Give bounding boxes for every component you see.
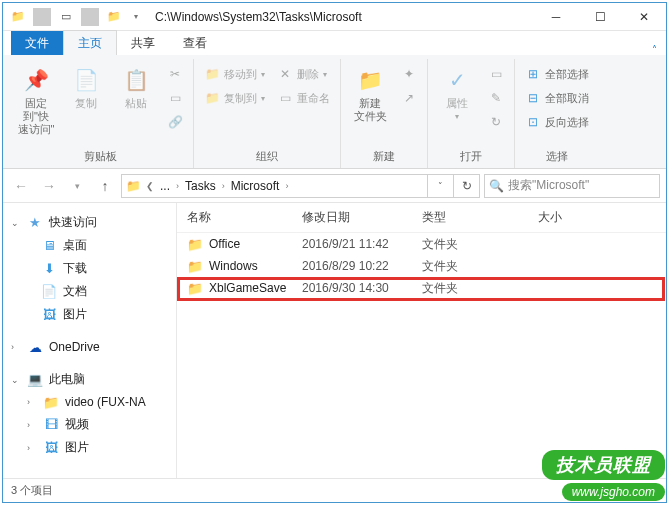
group-label: 剪贴板 <box>84 147 117 168</box>
breadcrumb[interactable]: 📁 ❮ ... › Tasks › Microsoft › ˅ ↻ <box>121 174 480 198</box>
sidebar-downloads[interactable]: ⬇下载 <box>23 257 172 280</box>
copyto-icon: 📁 <box>204 90 220 106</box>
properties-icon: ✓ <box>442 65 472 95</box>
chevron-icon[interactable]: ❮ <box>144 181 156 191</box>
cut-icon: ✂ <box>167 66 183 82</box>
table-row[interactable]: 📁 Windows 2016/8/29 10:22 文件夹 <box>177 255 666 277</box>
sidebar-quickaccess[interactable]: ⌄★快速访问 <box>7 211 172 234</box>
back-button[interactable]: ← <box>9 174 33 198</box>
close-button[interactable]: ✕ <box>622 3 666 31</box>
moveto-button[interactable]: 📁移动到 ▾ <box>200 63 269 85</box>
edit-icon: ✎ <box>488 90 504 106</box>
sidebar-video-drive[interactable]: ›📁video (FUX-NA <box>23 391 172 413</box>
copyto-button[interactable]: 📁复制到 ▾ <box>200 87 269 109</box>
copy-icon: 📄 <box>71 65 101 95</box>
table-row[interactable]: 📁 XblGameSave 2016/9/30 14:30 文件夹 <box>177 277 666 299</box>
group-label: 打开 <box>460 147 482 168</box>
titlebar: 📁 ▭ 📁 ▾ C:\Windows\System32\Tasks\Micros… <box>3 3 666 31</box>
sidebar-onedrive[interactable]: ›☁OneDrive <box>7 336 172 358</box>
sidebar-desktop[interactable]: 🖥桌面 <box>23 234 172 257</box>
folder-icon: 📁 <box>43 394 59 410</box>
group-new: 📁新建 文件夹 ✦ ↗ 新建 <box>341 59 428 168</box>
picture-icon: 🖼 <box>41 307 57 323</box>
copy-button[interactable]: 📄复制 <box>63 61 109 110</box>
forward-button[interactable]: → <box>37 174 61 198</box>
recent-dropdown[interactable]: ▾ <box>65 174 89 198</box>
sidebar-pictures2[interactable]: ›🖼图片 <box>23 436 172 459</box>
copypath-button[interactable]: ▭ <box>163 87 187 109</box>
newfolder-icon: 📁 <box>355 65 385 95</box>
search-input[interactable]: 🔍 搜索"Microsoft" <box>484 174 660 198</box>
pin-button[interactable]: 📌固定到"快 速访问" <box>13 61 59 137</box>
crumb-segment[interactable]: Tasks <box>181 179 220 193</box>
search-placeholder: 搜索"Microsoft" <box>508 177 589 194</box>
divider <box>33 8 51 26</box>
chevron-right-icon[interactable]: › <box>283 181 290 191</box>
ribbon-tabs: 文件 主页 共享 查看 ˄ <box>3 31 666 55</box>
paste-button[interactable]: 📋粘贴 <box>113 61 159 110</box>
video-icon: 🎞 <box>43 417 59 433</box>
header-size[interactable]: 大小 <box>538 209 598 226</box>
desktop-icon: 🖥 <box>41 238 57 254</box>
tab-view[interactable]: 查看 <box>169 31 221 55</box>
delete-icon: ✕ <box>277 66 293 82</box>
sidebar-pictures[interactable]: 🖼图片 <box>23 303 172 326</box>
path-icon: ▭ <box>167 90 183 106</box>
crumb-segment[interactable]: Microsoft <box>227 179 284 193</box>
invert-button[interactable]: ⊡反向选择 <box>521 111 593 133</box>
status-bar: 3 个项目 <box>3 478 666 502</box>
refresh-button[interactable]: ↻ <box>453 175 479 197</box>
edit-button[interactable]: ✎ <box>484 87 508 109</box>
chevron-right-icon[interactable]: › <box>220 181 227 191</box>
ribbon: 📌固定到"快 速访问" 📄复制 📋粘贴 ✂ ▭ 🔗 剪贴板 📁移动到 ▾ 📁复制… <box>3 55 666 169</box>
table-row[interactable]: 📁 Office 2016/9/21 11:42 文件夹 <box>177 233 666 255</box>
rows-container: 📁 Office 2016/9/21 11:42 文件夹 📁 Windows 2… <box>177 233 666 299</box>
crumb-segment[interactable]: ... <box>156 179 174 193</box>
group-organize: 📁移动到 ▾ 📁复制到 ▾ ✕删除 ▾ ▭重命名 组织 <box>194 59 341 168</box>
window-title: C:\Windows\System32\Tasks\Microsoft <box>151 10 534 24</box>
pasteshortcut-button[interactable]: 🔗 <box>163 111 187 133</box>
newfolder-button[interactable]: 📁新建 文件夹 <box>347 61 393 123</box>
header-date[interactable]: 修改日期 <box>302 209 422 226</box>
picture-icon: 🖼 <box>43 440 59 456</box>
header-type[interactable]: 类型 <box>422 209 538 226</box>
tab-share[interactable]: 共享 <box>117 31 169 55</box>
properties-button[interactable]: ✓属性▾ <box>434 61 480 122</box>
up-button[interactable]: ↑ <box>93 174 117 198</box>
tab-home[interactable]: 主页 <box>63 30 117 55</box>
group-label: 新建 <box>373 147 395 168</box>
easyaccess-button[interactable]: ↗ <box>397 87 421 109</box>
rename-button[interactable]: ▭重命名 <box>273 87 334 109</box>
delete-button[interactable]: ✕删除 ▾ <box>273 63 334 85</box>
content-area: ⌄★快速访问 🖥桌面 ⬇下载 📄文档 🖼图片 ›☁OneDrive ⌄💻此电脑 … <box>3 203 666 478</box>
tab-file[interactable]: 文件 <box>11 31 63 55</box>
selectnone-button[interactable]: ⊟全部取消 <box>521 87 593 109</box>
crumb-dropdown-icon[interactable]: ˅ <box>427 175 453 197</box>
download-icon: ⬇ <box>41 261 57 277</box>
selectall-button[interactable]: ⊞全部选择 <box>521 63 593 85</box>
search-icon: 🔍 <box>489 179 504 193</box>
folder-icon: 📁 <box>122 179 144 193</box>
maximize-button[interactable]: ☐ <box>578 3 622 31</box>
cloud-icon: ☁ <box>27 339 43 355</box>
sidebar-documents[interactable]: 📄文档 <box>23 280 172 303</box>
link-icon: 🔗 <box>167 114 183 130</box>
ribbon-collapse-icon[interactable]: ˄ <box>642 44 666 55</box>
sidebar-videos[interactable]: ›🎞视频 <box>23 413 172 436</box>
group-clipboard: 📌固定到"快 速访问" 📄复制 📋粘贴 ✂ ▭ 🔗 剪贴板 <box>7 59 194 168</box>
minimize-button[interactable]: ─ <box>534 3 578 31</box>
newitem-button[interactable]: ✦ <box>397 63 421 85</box>
divider <box>81 8 99 26</box>
qat-dropdown-icon[interactable]: ▾ <box>127 8 145 26</box>
column-headers: 名称 修改日期 类型 大小 <box>177 203 666 233</box>
open-button[interactable]: ▭ <box>484 63 508 85</box>
sidebar-thispc[interactable]: ⌄💻此电脑 <box>7 368 172 391</box>
qat-newfolder-icon[interactable]: 📁 <box>105 8 123 26</box>
qat-properties-icon[interactable]: ▭ <box>57 8 75 26</box>
chevron-right-icon[interactable]: › <box>174 181 181 191</box>
open-icon: ▭ <box>488 66 504 82</box>
file-list: 名称 修改日期 类型 大小 📁 Office 2016/9/21 11:42 文… <box>177 203 666 478</box>
cut-button[interactable]: ✂ <box>163 63 187 85</box>
header-name[interactable]: 名称 <box>187 209 302 226</box>
history-button[interactable]: ↻ <box>484 111 508 133</box>
